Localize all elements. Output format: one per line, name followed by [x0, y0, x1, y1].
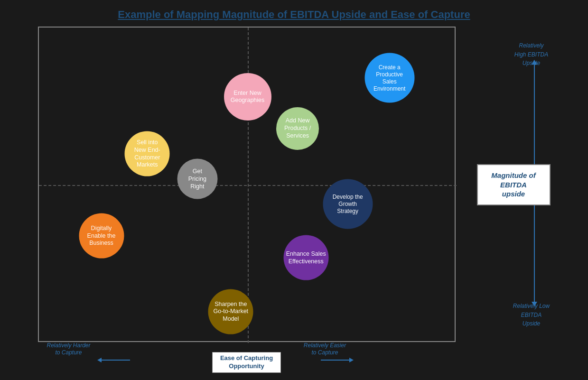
axis-center-text: Ease of Capturing Opportunity — [220, 354, 273, 370]
chart-area: Enter New GeographiesAdd New Products / … — [38, 27, 551, 354]
bubble-label-enhance-sales: Enhance Sales Effectiveness — [286, 250, 326, 265]
arrow-left-line — [102, 360, 130, 361]
bubble-sell-new-end: Sell into New End- Customer Markets — [125, 131, 170, 176]
bubble-create-productive: Create a Productive Sales Environment — [364, 53, 414, 103]
bubble-label-digitally-enable: Digitally Enable the Business — [87, 224, 116, 247]
arrow-right-line — [321, 360, 349, 361]
bubble-label-sharpen-go: Sharpen the Go-to-Market Model — [213, 300, 248, 323]
bubble-label-sell-new-end: Sell into New End- Customer Markets — [134, 139, 160, 169]
bottom-axis-container: Ease of Capturing Opportunity Relatively… — [38, 354, 456, 371]
bubble-label-get-pricing: Get Pricing Right — [188, 168, 206, 190]
chart-title: Example of Mapping Magnitude of EBITDA U… — [118, 9, 470, 21]
bubble-enhance-sales: Enhance Sales Effectiveness — [283, 235, 328, 280]
chart-box: Enter New GeographiesAdd New Products / … — [38, 27, 456, 342]
bubble-label-create-productive: Create a Productive Sales Environment — [373, 64, 405, 92]
bubble-label-develop-growth: Develop the Growth Strategy — [333, 194, 363, 215]
arrow-up-head — [532, 60, 537, 65]
bubble-digitally-enable: Digitally Enable the Business — [79, 213, 124, 258]
axis-right-label: Relatively Easier to Capture — [294, 342, 356, 357]
main-container: Example of Mapping Magnitude of EBITDA U… — [0, 0, 588, 380]
axis-center-label: Ease of Capturing Opportunity — [212, 352, 281, 373]
bubble-get-pricing: Get Pricing Right — [177, 159, 217, 199]
bubble-add-new-products: Add New Products / Services — [276, 107, 319, 150]
bubble-label-enter-new-geographies: Enter New Geographies — [231, 90, 265, 104]
arrow-right-head — [349, 358, 354, 362]
magnitude-text: Magnitude of EBITDA upside — [491, 171, 535, 198]
arrow-left-head — [97, 358, 102, 362]
axis-left-label: Relatively Harder to Capture — [38, 342, 100, 357]
magnitude-box: Magnitude of EBITDA upside — [477, 164, 551, 205]
axis-arrow-right — [321, 358, 354, 362]
bubble-enter-new-geographies: Enter New Geographies — [224, 73, 271, 120]
bubble-sharpen-go: Sharpen the Go-to-Market Model — [208, 289, 253, 334]
axis-right-text: Relatively Easier to Capture — [304, 342, 346, 356]
arrow-down-head — [532, 302, 537, 306]
axis-left-text: Relatively Harder to Capture — [47, 342, 90, 356]
bubble-develop-growth: Develop the Growth Strategy — [323, 179, 373, 229]
dashed-horizontal-line — [39, 185, 457, 186]
right-panel: Relatively High EBITDA Upside Relatively… — [460, 27, 551, 342]
bubble-label-add-new-products: Add New Products / Services — [284, 117, 311, 139]
axis-arrow-left — [97, 358, 130, 362]
